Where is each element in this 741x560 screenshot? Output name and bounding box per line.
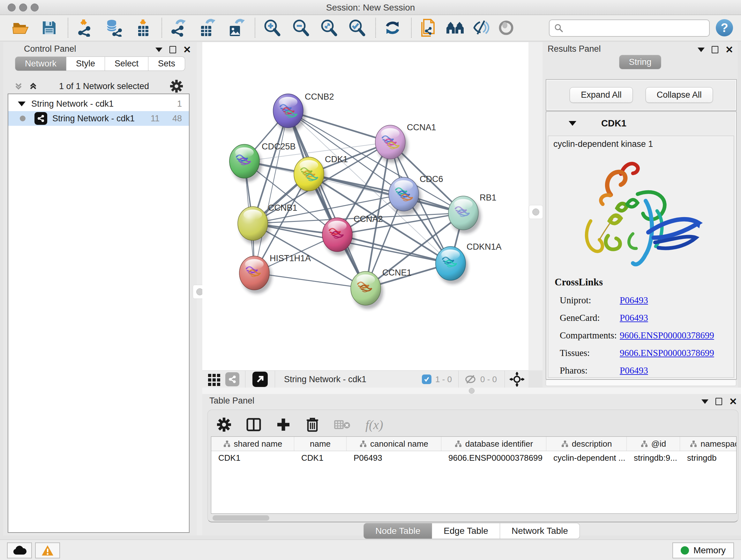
search-input[interactable] bbox=[566, 21, 709, 35]
panel-close-icon[interactable]: ✕ bbox=[729, 398, 737, 405]
tab-node-table[interactable]: Node Table bbox=[363, 523, 432, 539]
panel-float-icon[interactable] bbox=[170, 46, 176, 53]
horizontal-splitter[interactable] bbox=[202, 388, 741, 394]
delete-column-icon[interactable] bbox=[306, 417, 320, 432]
panel-float-icon[interactable] bbox=[716, 398, 722, 405]
table-horizontal-scrollbar[interactable] bbox=[212, 515, 269, 521]
gear-icon[interactable] bbox=[217, 417, 231, 432]
network-node-CDKN1A[interactable] bbox=[435, 246, 468, 284]
panel-menu-icon[interactable] bbox=[697, 48, 704, 52]
hidden-eye-icon[interactable] bbox=[464, 374, 476, 384]
open-session-button[interactable] bbox=[11, 18, 30, 37]
vertical-splitter-right[interactable] bbox=[529, 42, 542, 370]
column-header-canonical-name[interactable]: canonical name bbox=[347, 437, 441, 451]
column-header-description[interactable]: description bbox=[546, 437, 627, 451]
detach-view-icon[interactable] bbox=[253, 372, 268, 387]
export-network-button[interactable] bbox=[169, 18, 188, 37]
network-node-HIST1H1A[interactable] bbox=[239, 256, 272, 294]
search-field[interactable] bbox=[549, 19, 710, 37]
help-button[interactable]: ? bbox=[715, 18, 734, 37]
crosslink-value-link[interactable]: 9606.ENSP00000378699 bbox=[620, 348, 714, 358]
table-cell[interactable]: CDK1 bbox=[294, 451, 347, 464]
zoom-out-button[interactable] bbox=[291, 18, 310, 37]
tab-network-table[interactable]: Network Table bbox=[500, 523, 580, 539]
network-node-CCNA1[interactable] bbox=[375, 125, 408, 163]
network-node-CDK1[interactable] bbox=[294, 157, 327, 195]
panel-float-icon[interactable] bbox=[712, 46, 718, 53]
table-cell[interactable]: cyclin-dependent ... bbox=[546, 451, 627, 464]
birds-eye-icon[interactable] bbox=[509, 372, 525, 387]
export-table-button[interactable] bbox=[198, 18, 217, 37]
network-node-CCNA2[interactable] bbox=[322, 218, 355, 255]
show-columns-icon[interactable] bbox=[246, 417, 261, 432]
tab-edge-table[interactable]: Edge Table bbox=[432, 523, 500, 539]
selected-checkbox-icon[interactable] bbox=[422, 374, 431, 384]
enhanced-graphics-show-button[interactable] bbox=[496, 18, 516, 37]
table-cell[interactable]: CDK1 bbox=[211, 451, 294, 464]
string-protein-query-button[interactable] bbox=[419, 18, 438, 37]
save-session-button[interactable] bbox=[40, 18, 59, 37]
collapse-all-icon[interactable] bbox=[13, 81, 23, 91]
column-header-name[interactable]: name bbox=[294, 437, 347, 451]
add-column-icon[interactable] bbox=[276, 417, 291, 432]
results-scrollbar[interactable] bbox=[546, 380, 736, 386]
import-table-file-button[interactable] bbox=[133, 18, 152, 37]
panel-menu-icon[interactable] bbox=[701, 399, 709, 404]
tree-expander-icon[interactable] bbox=[18, 102, 25, 106]
network-collection-row[interactable]: String Network - cdk1 1 bbox=[8, 97, 189, 111]
zoom-fit-button[interactable] bbox=[319, 18, 338, 37]
network-row-selected[interactable]: String Network - cdk1 11 48 bbox=[8, 111, 189, 126]
table-cell[interactable]: 9606.ENSP00000378699 bbox=[441, 451, 546, 464]
panel-close-icon[interactable]: ✕ bbox=[183, 47, 191, 53]
zoom-in-button[interactable] bbox=[262, 18, 281, 37]
enhanced-graphics-hide-button[interactable] bbox=[472, 18, 491, 37]
network-node-CCNB2[interactable] bbox=[273, 94, 306, 132]
zoom-selected-button[interactable] bbox=[347, 18, 366, 37]
network-node-CCNE1[interactable] bbox=[351, 271, 383, 309]
collapse-all-button[interactable]: Collapse All bbox=[646, 87, 713, 103]
crosslink-value-link[interactable]: P06493 bbox=[620, 313, 648, 323]
import-network-database-button[interactable] bbox=[104, 18, 123, 37]
crosslink-value-link[interactable]: P06493 bbox=[620, 365, 648, 376]
export-image-button[interactable] bbox=[226, 18, 246, 37]
string-home-button[interactable] bbox=[446, 18, 465, 37]
crosslink-value-link[interactable]: 9606.ENSP00000378699 bbox=[620, 330, 714, 341]
crosslink-value-link[interactable]: P06493 bbox=[620, 295, 648, 306]
column-header--id[interactable]: @id bbox=[627, 437, 680, 451]
cloud-button[interactable] bbox=[7, 543, 32, 558]
network-icon-gray[interactable] bbox=[225, 372, 239, 386]
table-row[interactable]: CDK1CDK1P064939606.ENSP00000378699cyclin… bbox=[211, 451, 736, 464]
expand-all-icon[interactable] bbox=[28, 81, 38, 91]
column-header-database-identifier[interactable]: database identifier bbox=[441, 437, 546, 451]
network-canvas[interactable]: CCNB2CCNA1CDC25BCDK1CDC6RB1CCNB1CCNA2CDK… bbox=[202, 42, 529, 370]
crosslinks-title: CrossLinks bbox=[555, 276, 729, 288]
column-header-shared-name[interactable]: shared name bbox=[211, 437, 294, 451]
panel-menu-icon[interactable] bbox=[155, 48, 162, 52]
column-header-namespace[interactable]: namespace bbox=[680, 437, 737, 451]
splitter-handle-icon[interactable] bbox=[469, 388, 475, 394]
warnings-button[interactable] bbox=[35, 543, 60, 558]
grid-mode-icon[interactable] bbox=[207, 373, 221, 386]
network-graph[interactable]: CCNB2CCNA1CDC25BCDK1CDC6RB1CCNB1CCNA2CDK… bbox=[202, 42, 529, 370]
entry-header[interactable]: CDK1 bbox=[546, 112, 736, 134]
splitter-handle-icon[interactable] bbox=[532, 208, 539, 215]
tab-select[interactable]: Select bbox=[105, 57, 148, 71]
table-cell[interactable]: P06493 bbox=[347, 451, 441, 464]
panel-close-icon[interactable]: ✕ bbox=[725, 47, 733, 53]
memory-button[interactable]: Memory bbox=[672, 543, 734, 558]
apply-layout-button[interactable] bbox=[383, 18, 402, 37]
vertical-splitter[interactable] bbox=[197, 42, 202, 536]
tab-network[interactable]: Network bbox=[15, 57, 66, 71]
network-node-CDC25B[interactable] bbox=[229, 144, 262, 182]
table-cell[interactable]: stringdb:9... bbox=[627, 451, 680, 464]
tab-sets[interactable]: Sets bbox=[148, 57, 185, 71]
import-network-file-button[interactable] bbox=[75, 18, 94, 37]
network-node-CDC6[interactable] bbox=[389, 177, 421, 215]
entry-expander-icon[interactable] bbox=[569, 121, 576, 126]
network-node-RB1[interactable] bbox=[448, 196, 481, 234]
table-cell[interactable]: stringdb bbox=[680, 451, 737, 464]
tab-style[interactable]: Style bbox=[66, 57, 105, 71]
gear-icon[interactable] bbox=[170, 79, 183, 93]
expand-all-button[interactable]: Expand All bbox=[569, 87, 633, 103]
tab-string[interactable]: String bbox=[619, 55, 662, 69]
